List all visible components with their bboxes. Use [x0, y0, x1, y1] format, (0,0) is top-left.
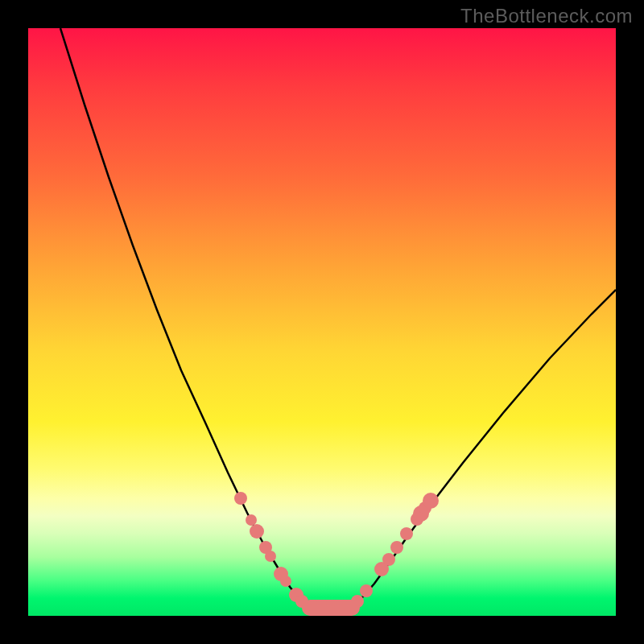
plot-area	[28, 28, 616, 616]
marker-dot	[265, 551, 276, 562]
marker-dot	[250, 524, 264, 539]
markers-right	[351, 493, 439, 608]
curve-svg	[28, 28, 616, 616]
curve-left	[60, 28, 308, 608]
chart-frame: TheBottleneck.com	[0, 0, 644, 644]
marker-dot	[423, 493, 439, 509]
marker-dot	[360, 584, 373, 597]
marker-dot	[382, 553, 395, 566]
marker-dot	[390, 541, 403, 554]
marker-dot	[400, 527, 413, 540]
marker-dot	[280, 576, 291, 587]
marker-dot	[246, 514, 257, 526]
bottom-pill	[302, 600, 360, 616]
watermark-text: TheBottleneck.com	[460, 5, 633, 27]
marker-dot	[234, 492, 247, 505]
